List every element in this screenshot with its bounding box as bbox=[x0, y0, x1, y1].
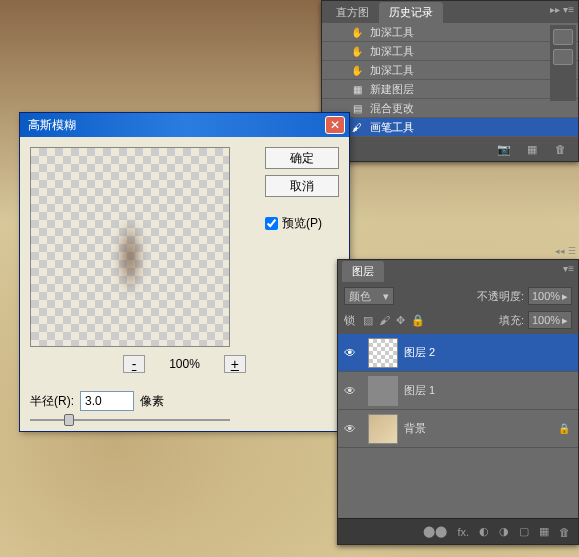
lock-all-icon[interactable]: 🔒 bbox=[411, 314, 425, 327]
burn-icon: ✋ bbox=[350, 63, 364, 77]
ok-button[interactable]: 确定 bbox=[265, 147, 339, 169]
lock-icon: 🔒 bbox=[558, 423, 578, 434]
opacity-label: 不透明度: bbox=[477, 289, 524, 304]
layer-thumbnail[interactable] bbox=[368, 414, 398, 444]
visibility-icon[interactable]: 👁 bbox=[338, 346, 362, 360]
history-label: 加深工具 bbox=[370, 63, 414, 78]
group-icon[interactable]: ▢ bbox=[519, 525, 529, 538]
history-label: 新建图层 bbox=[370, 82, 414, 97]
radius-unit: 像素 bbox=[140, 393, 164, 410]
preview-canvas[interactable] bbox=[30, 147, 230, 347]
history-panel: 直方图 历史记录 ▸▸ ▾≡ ✋加深工具 ✋加深工具 ✋加深工具 ▦新建图层 ▤… bbox=[321, 0, 579, 162]
fill-label: 填充: bbox=[499, 313, 524, 328]
preview-shape bbox=[105, 202, 155, 312]
tab-history[interactable]: 历史记录 bbox=[379, 2, 443, 23]
layers-footer: ⬤⬤ fx. ◐ ◑ ▢ ▦ 🗑 bbox=[338, 518, 578, 544]
history-item[interactable]: ▦新建图层 bbox=[322, 80, 578, 99]
layer-name[interactable]: 背景 bbox=[404, 421, 558, 436]
fx-icon[interactable]: fx. bbox=[457, 526, 469, 538]
dock-icon[interactable] bbox=[553, 49, 573, 65]
zoom-level: 100% bbox=[169, 357, 200, 371]
panel-menu-icon[interactable]: ▸▸ ▾≡ bbox=[550, 4, 574, 15]
radius-label: 半径(R): bbox=[30, 393, 74, 410]
dock-icon[interactable] bbox=[553, 29, 573, 45]
history-item[interactable]: ✋加深工具 bbox=[322, 23, 578, 42]
layers-panel: ◂◂ ☰ 图层 ▾≡ 颜色 ▾ 不透明度: 100%▸ 锁 ▨ 🖌 ✥ 🔒 填充… bbox=[337, 259, 579, 545]
history-list: ✋加深工具 ✋加深工具 ✋加深工具 ▦新建图层 ▤混合更改 🖌画笔工具 bbox=[322, 23, 578, 137]
dialog-title: 高斯模糊 bbox=[28, 117, 325, 134]
radius-slider[interactable] bbox=[30, 419, 230, 421]
snapshot-icon[interactable]: 📷 bbox=[496, 142, 512, 156]
fill-value: 100% bbox=[532, 314, 560, 326]
radius-input[interactable] bbox=[80, 391, 134, 411]
tab-layers[interactable]: 图层 bbox=[342, 261, 384, 282]
history-tabs: 直方图 历史记录 ▸▸ ▾≡ bbox=[322, 1, 578, 23]
opacity-input[interactable]: 100%▸ bbox=[528, 287, 572, 305]
layer-thumbnail[interactable] bbox=[368, 338, 398, 368]
mask-icon[interactable]: ◐ bbox=[479, 525, 489, 538]
history-label: 加深工具 bbox=[370, 25, 414, 40]
fill-input[interactable]: 100%▸ bbox=[528, 311, 572, 329]
preview-checkbox[interactable] bbox=[265, 217, 278, 230]
collapse-icon[interactable]: ◂◂ ☰ bbox=[555, 246, 576, 256]
layers-empty-area bbox=[338, 448, 578, 518]
history-label: 加深工具 bbox=[370, 44, 414, 59]
close-icon[interactable]: ✕ bbox=[325, 116, 345, 134]
preview-checkbox-label: 预览(P) bbox=[282, 215, 322, 232]
trash-icon[interactable]: 🗑 bbox=[559, 526, 570, 538]
blend-mode-dropdown[interactable]: 颜色 ▾ bbox=[344, 287, 394, 305]
layer-row[interactable]: 👁 图层 2 bbox=[338, 334, 578, 372]
link-icon[interactable]: ⬤⬤ bbox=[423, 525, 447, 538]
lock-label: 锁 bbox=[344, 313, 355, 328]
lock-transparency-icon[interactable]: ▨ bbox=[363, 314, 373, 327]
new-state-icon[interactable]: ▦ bbox=[524, 142, 540, 156]
lock-position-icon[interactable]: ✥ bbox=[396, 314, 405, 327]
opacity-value: 100% bbox=[532, 290, 560, 302]
cancel-button[interactable]: 取消 bbox=[265, 175, 339, 197]
adjustment-icon[interactable]: ◑ bbox=[499, 525, 509, 538]
preview-checkbox-row[interactable]: 预览(P) bbox=[265, 215, 339, 232]
history-label: 混合更改 bbox=[370, 101, 414, 116]
layers-tabs: 图层 ▾≡ bbox=[338, 260, 578, 282]
history-item[interactable]: ✋加深工具 bbox=[322, 61, 578, 80]
panel-menu-icon[interactable]: ▾≡ bbox=[563, 263, 574, 274]
tab-histogram[interactable]: 直方图 bbox=[326, 2, 379, 23]
history-item[interactable]: ▤混合更改 bbox=[322, 99, 578, 118]
visibility-icon[interactable]: 👁 bbox=[338, 422, 362, 436]
layer-row[interactable]: 👁 背景 🔒 bbox=[338, 410, 578, 448]
visibility-icon[interactable]: 👁 bbox=[338, 384, 362, 398]
dialog-titlebar[interactable]: 高斯模糊 ✕ bbox=[20, 113, 349, 137]
history-dock bbox=[550, 25, 576, 101]
new-layer-icon: ▦ bbox=[350, 82, 364, 96]
layer-name[interactable]: 图层 1 bbox=[404, 383, 578, 398]
burn-icon: ✋ bbox=[350, 44, 364, 58]
burn-icon: ✋ bbox=[350, 25, 364, 39]
brush-icon: 🖌 bbox=[350, 120, 364, 134]
zoom-in-button[interactable]: + bbox=[224, 355, 246, 373]
lock-pixels-icon[interactable]: 🖌 bbox=[379, 314, 390, 326]
trash-icon[interactable]: 🗑 bbox=[552, 142, 568, 156]
history-footer: 📷 ▦ 🗑 bbox=[322, 137, 578, 161]
blend-mode-label: 颜色 bbox=[349, 289, 371, 304]
layers-controls: 颜色 ▾ 不透明度: 100%▸ 锁 ▨ 🖌 ✥ 🔒 填充: 100%▸ bbox=[338, 282, 578, 334]
blend-icon: ▤ bbox=[350, 101, 364, 115]
slider-thumb[interactable] bbox=[64, 414, 74, 426]
lock-icons: ▨ 🖌 ✥ 🔒 bbox=[363, 314, 425, 327]
new-layer-icon[interactable]: ▦ bbox=[539, 525, 549, 538]
layers-list: 👁 图层 2 👁 图层 1 👁 背景 🔒 bbox=[338, 334, 578, 518]
layer-name[interactable]: 图层 2 bbox=[404, 345, 578, 360]
layer-thumbnail[interactable] bbox=[368, 376, 398, 406]
gaussian-blur-dialog: 高斯模糊 ✕ - 100% + 半径(R): 像素 确定 取消 预览(P) bbox=[19, 112, 350, 432]
history-item[interactable]: 🖌画笔工具 bbox=[322, 118, 578, 137]
history-item[interactable]: ✋加深工具 bbox=[322, 42, 578, 61]
history-label: 画笔工具 bbox=[370, 120, 414, 135]
zoom-out-button[interactable]: - bbox=[123, 355, 145, 373]
layer-row[interactable]: 👁 图层 1 bbox=[338, 372, 578, 410]
